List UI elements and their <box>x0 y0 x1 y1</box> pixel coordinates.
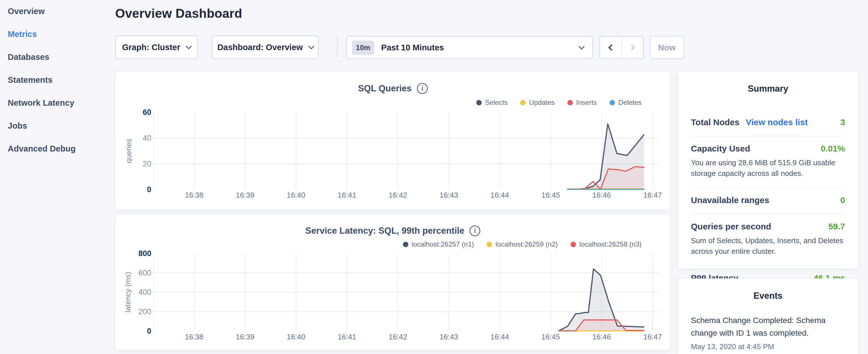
svg-text:16:45: 16:45 <box>541 332 560 341</box>
summary-label: Unavailable ranges <box>691 195 769 205</box>
svg-text:0: 0 <box>147 327 151 335</box>
event-text: Schema Change Completed: Schema change w… <box>691 314 845 340</box>
overview-dashboard-page: Overview Metrics Databases Statements Ne… <box>0 0 868 354</box>
svg-text:16:46: 16:46 <box>592 332 611 341</box>
chevron-right-icon <box>628 44 635 51</box>
svg-text:40: 40 <box>143 134 151 142</box>
svg-text:400: 400 <box>138 288 151 296</box>
graph-scope-dropdown[interactable]: Graph: Cluster <box>115 35 198 59</box>
sidebar-item-databases[interactable]: Databases <box>8 53 111 75</box>
svg-text:16:39: 16:39 <box>236 191 254 199</box>
now-button[interactable]: Now <box>650 36 684 59</box>
svg-text:latency (ms): latency (ms) <box>124 272 132 313</box>
summary-value: 3 <box>840 118 845 127</box>
page-title: Overview Dashboard <box>115 6 242 21</box>
sidebar-item-overview[interactable]: Overview <box>8 7 111 30</box>
dashboard-label: Dashboard: Overview <box>217 43 303 52</box>
svg-text:16:42: 16:42 <box>389 332 407 341</box>
dashboard-dropdown[interactable]: Dashboard: Overview <box>212 35 319 59</box>
legend-item-updates[interactable]: Updates <box>520 99 555 106</box>
chevron-left-icon <box>608 44 615 51</box>
svg-text:16:39: 16:39 <box>236 332 254 341</box>
legend-item-node3[interactable]: localhost:26258 (n3) <box>570 240 642 248</box>
svg-text:16:45: 16:45 <box>541 191 560 199</box>
summary-value: 0 <box>840 195 845 205</box>
legend-item-node2[interactable]: localhost:26259 (n2) <box>487 240 558 248</box>
events-panel: Events Schema Change Completed: Schema c… <box>678 279 858 354</box>
events-title: Events <box>691 291 845 301</box>
svg-text:16:47: 16:47 <box>643 191 662 199</box>
svg-text:200: 200 <box>138 307 151 316</box>
summary-row-queries-per-second: Queries per second 59.7 Sum of Selects, … <box>691 214 845 266</box>
svg-text:queries: queries <box>124 139 133 163</box>
chart-title: Service Latency: SQL, 99th percentile <box>306 226 465 236</box>
toolbar-divider <box>337 37 338 57</box>
summary-label: Total Nodes <box>691 118 739 127</box>
event-timestamp: May 13, 2020 at 4:45 PM <box>691 342 845 351</box>
legend-label: Selects <box>485 99 508 106</box>
summary-description: You are using 28.6 MiB of 515.9 GiB usab… <box>691 158 845 179</box>
svg-text:16:38: 16:38 <box>185 332 204 341</box>
legend-dot <box>476 100 482 105</box>
legend-label: Updates <box>529 99 555 106</box>
sidebar-nav: Overview Metrics Databases Statements Ne… <box>8 7 111 167</box>
sidebar-item-network-latency[interactable]: Network Latency <box>8 98 111 121</box>
svg-text:0: 0 <box>147 185 151 194</box>
info-icon[interactable]: i <box>469 225 480 236</box>
summary-value: 0.01% <box>821 144 845 154</box>
summary-row-capacity-used: Capacity Used 0.01% You are using 28.6 M… <box>691 136 845 188</box>
sidebar-item-metrics[interactable]: Metrics <box>8 30 111 53</box>
time-range-label: Past 10 Minutes <box>381 43 580 53</box>
legend-dot <box>487 242 492 247</box>
legend-item-inserts[interactable]: Inserts <box>567 99 597 106</box>
legend-item-node1[interactable]: localhost:26257 (n1) <box>403 240 474 248</box>
info-icon[interactable]: i <box>417 83 428 94</box>
legend-item-selects[interactable]: Selects <box>476 99 508 106</box>
svg-text:60: 60 <box>143 108 151 117</box>
svg-text:20: 20 <box>143 160 151 168</box>
time-step-back-button[interactable] <box>600 37 621 58</box>
sidebar-item-statements[interactable]: Statements <box>8 75 111 98</box>
summary-value: 59.7 <box>829 222 845 231</box>
summary-row-unavailable-ranges: Unavailable ranges 0 <box>691 188 845 214</box>
legend-label: Inserts <box>576 99 597 106</box>
svg-text:16:44: 16:44 <box>490 191 509 199</box>
chart-legend: localhost:26257 (n1) localhost:26259 (n2… <box>403 240 642 248</box>
svg-text:16:42: 16:42 <box>389 191 407 199</box>
chevron-down-icon <box>308 43 314 49</box>
svg-text:16:43: 16:43 <box>440 332 458 341</box>
svg-text:600: 600 <box>138 269 151 277</box>
legend-dot <box>610 100 615 105</box>
sidebar-item-jobs[interactable]: Jobs <box>8 121 111 144</box>
legend-label: localhost:26259 (n2) <box>495 240 558 248</box>
time-range-dropdown[interactable]: 10m Past 10 Minutes <box>346 36 593 59</box>
svg-text:16:44: 16:44 <box>490 332 509 341</box>
legend-label: Deletes <box>618 99 642 106</box>
legend-label: localhost:26257 (n1) <box>412 240 474 248</box>
svg-text:16:46: 16:46 <box>592 191 611 199</box>
legend-label: localhost:26258 (n3) <box>580 240 642 248</box>
summary-panel: Summary Total Nodes View nodes list 3 Ca… <box>678 71 858 269</box>
graph-scope-label: Graph: Cluster <box>122 43 180 52</box>
svg-text:16:41: 16:41 <box>338 191 356 199</box>
svg-text:16:47: 16:47 <box>643 332 662 341</box>
chevron-down-icon <box>186 43 192 49</box>
svg-text:16:40: 16:40 <box>286 332 305 341</box>
chevron-down-icon <box>579 43 585 49</box>
legend-dot <box>403 242 408 247</box>
event-item[interactable]: Schema Change Completed: Schema change w… <box>691 314 845 351</box>
svg-text:16:38: 16:38 <box>185 191 204 199</box>
svg-text:800: 800 <box>138 249 151 258</box>
time-range-badge: 10m <box>352 41 374 55</box>
svg-text:16:41: 16:41 <box>338 332 356 341</box>
legend-item-deletes[interactable]: Deletes <box>610 99 642 106</box>
legend-dot <box>567 100 573 105</box>
sql-queries-chart-card: 16:3816:3916:4016:4116:4216:4316:4416:45… <box>115 71 671 210</box>
svg-text:16:43: 16:43 <box>440 191 458 199</box>
view-nodes-list-link[interactable]: View nodes list <box>746 118 808 127</box>
sidebar-item-advanced-debug[interactable]: Advanced Debug <box>8 144 111 167</box>
chart-title: SQL Queries <box>358 83 411 94</box>
chart-legend: Selects Updates Inserts Deletes <box>476 99 642 106</box>
summary-title: Summary <box>691 84 845 94</box>
time-step-forward-button[interactable] <box>621 37 643 58</box>
